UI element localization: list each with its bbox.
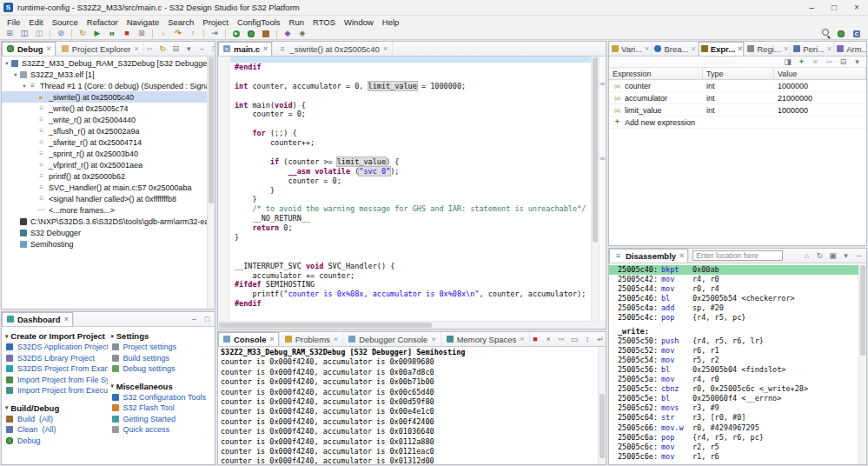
disassembly-line[interactable]: 25005c4c:pop{r4, r5, pc} (609, 313, 858, 323)
remove-all-button[interactable]: ×× (824, 57, 835, 68)
debug-tree-item[interactable]: ≡_sfwrite_r() at 0x25004714 (2, 136, 207, 148)
restart-button[interactable]: ↻ (76, 28, 89, 39)
menu-rtos[interactable]: RTOS (308, 17, 340, 27)
code-line[interactable]: counter++; (230, 138, 591, 148)
debug-tree-item[interactable]: ▶_siwrite() at 0x25005c40 (2, 91, 207, 103)
editor-overview-ruler[interactable] (599, 57, 606, 321)
scrollbar-thumb[interactable] (209, 57, 214, 203)
dashboard-link-s32ds-project-from-example[interactable]: S32DS Project From Example (5, 363, 108, 375)
disassembly-line[interactable]: 25005c42:movr4, r0 (609, 275, 858, 284)
debug-view-scrollbar[interactable] (207, 57, 215, 309)
clear-button[interactable]: ▭ (569, 334, 580, 345)
dashboard-tab-dashboard[interactable]: Dashboard× (2, 312, 74, 326)
minimize-button[interactable]: – (800, 0, 823, 15)
disassembly-line[interactable]: 25005c6c:movr2, r5 (609, 443, 858, 452)
minimize-button[interactable]: – (189, 314, 200, 325)
code-line[interactable]: } (230, 233, 591, 243)
console-scrollbar[interactable] (598, 347, 606, 464)
code-line[interactable]: #ifdef SEMIHOSTING (230, 280, 591, 290)
section-header-create-or-import-project[interactable]: ▾Create or Import Project (5, 330, 108, 342)
code-line[interactable] (230, 57, 591, 63)
debug-tree-item[interactable]: ≡_sprint_r() at 0x25003b40 (2, 148, 207, 159)
close-icon[interactable]: × (334, 335, 338, 343)
menu-search[interactable]: Search (163, 17, 198, 27)
disconnect-button[interactable]: ⊠ (135, 28, 149, 39)
dashboard-link-build-settings[interactable]: Build settings (111, 353, 214, 364)
dashboard-link-getting-started[interactable]: Getting Started (111, 414, 214, 425)
twisty-icon[interactable]: ▾ (12, 71, 19, 78)
disassembly-line[interactable]: 25005c4a:addsp, #20 (609, 303, 858, 313)
disassembly-line[interactable]: 25005c44:movr0, r4 (609, 284, 858, 294)
dashboard-link-build-all[interactable]: Build (All) (5, 414, 108, 425)
step-over-button[interactable]: ↷ (171, 28, 185, 39)
code-line[interactable]: if (counter >= limit_value) { (230, 157, 591, 167)
close-icon[interactable]: × (645, 44, 649, 53)
debug-tree-item[interactable]: ≡_write_r() at 0x25004440 (2, 114, 207, 125)
disassembly-listing[interactable]: 25005c40:bkpt0x00ab25005c42:movr4, r0250… (609, 264, 858, 464)
build-button[interactable] (259, 28, 273, 39)
disassembly-line[interactable]: 25005c62:movsr3, #9 (609, 403, 858, 413)
debug-tree-item[interactable]: ≡_write() at 0x25005c74 (2, 103, 207, 114)
minimize-button[interactable]: – (196, 43, 208, 55)
code-line[interactable]: counter = 0; (230, 110, 591, 119)
dashboard-link-s32-flash-tool[interactable]: S32 Flash Tool (111, 403, 214, 414)
debug-perspective-button[interactable] (834, 28, 848, 39)
step-return-button[interactable]: ↑ (186, 28, 200, 39)
scrollbar-thumb[interactable] (860, 265, 865, 356)
menu-project[interactable]: Project (198, 17, 233, 27)
dashboard-link-clean-all[interactable]: Clean (All) (5, 424, 108, 436)
console-output[interactable]: S32Z2_M33_Debug_RAM_S32Debug [S32 Debugg… (218, 347, 598, 464)
expressions-tab-arm[interactable]: Arm...× (834, 42, 866, 56)
word-wrap-button[interactable]: ↵ (595, 334, 606, 345)
debug-tree-item[interactable]: C:\NXP\S32DS.3.6\S32DS\tools\gdb-arm\arm… (2, 216, 207, 227)
editor-vertical-scrollbar[interactable] (591, 57, 599, 321)
disassembly-line[interactable]: 25005c6e:movr1, r6 (609, 452, 858, 462)
scrollbar-thumb[interactable] (600, 394, 605, 458)
code-line[interactable] (230, 252, 591, 262)
code-line[interactable]: /* to avoid the warning message for GHS … (230, 204, 591, 214)
code-line[interactable]: accumulator += counter; (230, 271, 591, 281)
view-menu-button[interactable]: ▾ (183, 43, 195, 55)
twisty-icon[interactable]: ▾ (21, 83, 28, 90)
debug-tree-item[interactable]: ≡<signal handler called>() at 0xfffffffb… (2, 193, 207, 204)
code-line[interactable] (230, 91, 591, 101)
menu-navigate[interactable]: Navigate (123, 17, 164, 27)
section-header-build-debug[interactable]: ▾Build/Debug (5, 403, 108, 414)
refresh-button[interactable]: ↻ (814, 250, 825, 262)
debug-tree-item[interactable]: ▾S32Z2_M33_Debug_RAM_S32Debug [S32 Debug… (2, 57, 207, 69)
menu-refactor[interactable]: Refactor (83, 17, 123, 27)
code-line[interactable] (230, 119, 591, 129)
terminate-button[interactable]: ■ (120, 28, 134, 39)
menu-window[interactable]: Window (340, 17, 378, 27)
column-header-type[interactable]: Type (703, 68, 774, 79)
dashboard-link-import-project-from-file-system[interactable]: Import Project from File System (5, 375, 108, 386)
scrollbar-thumb[interactable] (219, 323, 432, 328)
new-dropdown-button[interactable]: ⊞ (3, 28, 17, 39)
maximize-button[interactable]: □ (823, 0, 845, 15)
code-line[interactable]: } (230, 186, 591, 196)
code-line[interactable] (230, 243, 591, 252)
code-line[interactable]: #endif (230, 63, 591, 72)
debug-tree-item[interactable]: ▾S32Z2_M33.elf [1] (2, 69, 207, 80)
code-area[interactable]: #endifint counter, accumulator = 0, limi… (230, 57, 591, 321)
disassembly-line[interactable]: 25005c6a:pop{r4, r5, r6, pc} (609, 433, 858, 443)
remove-launch-button[interactable]: × (543, 334, 554, 345)
code-line[interactable] (230, 148, 591, 157)
column-header-value[interactable]: Value (774, 68, 866, 79)
section-header-miscellaneous[interactable]: ▾Miscellaneous (111, 381, 214, 392)
external-tools-button[interactable]: ◈ (295, 28, 309, 39)
disassembly-line[interactable]: 25005c64:strr3, [r0, #0] (609, 413, 858, 423)
dashboard-link-debug[interactable]: Debug (5, 436, 108, 447)
minimize-button[interactable]: – (853, 250, 865, 262)
debug-tree-item[interactable]: ≡_vfprintf_r() at 0x25001aea (2, 159, 207, 170)
section-header-settings[interactable]: ▾Settings (111, 330, 214, 342)
close-button[interactable]: × (845, 0, 868, 15)
expressions-tab-brea[interactable]: Brea...× (652, 42, 698, 56)
expressions-tab-peri[interactable]: Peri...× (791, 42, 834, 56)
save-all-button[interactable]: ◫ (32, 28, 46, 39)
disassembly-line[interactable]: 25005c40:bkpt0x00ab (609, 265, 858, 275)
suspend-button[interactable]: ▮▮ (105, 28, 119, 39)
close-icon[interactable]: × (691, 44, 695, 53)
close-icon[interactable]: × (679, 251, 684, 260)
column-header-expression[interactable]: Expression (609, 68, 703, 79)
